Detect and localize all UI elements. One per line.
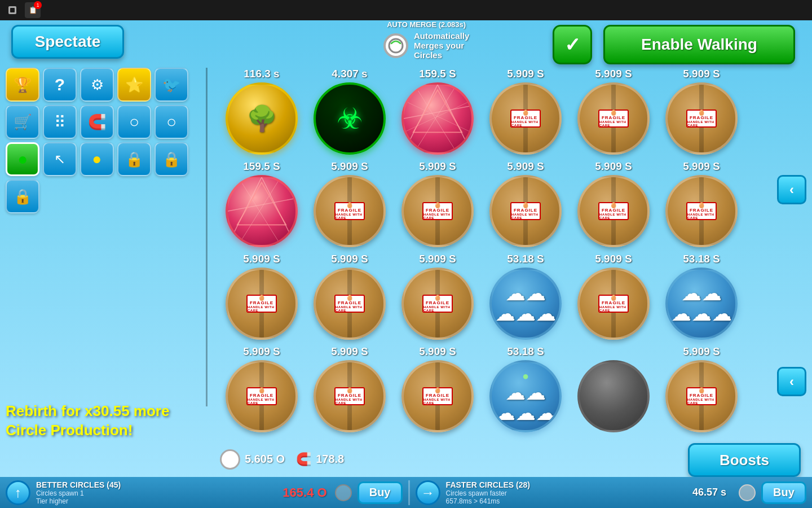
cell-label-r3-c3: 5.909 S xyxy=(396,253,479,265)
circle-box-r2c4[interactable]: 🥚 FRAGILE HANDLE WITH CARE xyxy=(489,175,562,247)
circle-box-r3c5[interactable]: 🥚 FRAGILE HANDLE WITH CARE xyxy=(577,268,650,340)
spectate-button[interactable]: Spectate xyxy=(11,25,124,59)
nav-arrow-bottom[interactable]: ‹ xyxy=(777,367,806,396)
cell-r1-c3: 159.5 S xyxy=(396,68,479,155)
svg-rect-2 xyxy=(10,8,15,12)
cell-label-r4-c2: 5.909 S xyxy=(308,345,391,358)
fragile-sticker: 🥚 FRAGILE HANDLE WITH CARE xyxy=(246,387,277,405)
upgrade-arrow-better[interactable]: ↑ xyxy=(6,480,30,505)
trophy-icon-btn[interactable]: 🏆 xyxy=(6,68,39,102)
fragile-sticker: 🥚 FRAGILE HANDLE WITH CARE xyxy=(598,110,629,128)
fragile-sticker: 🥚 FRAGILE HANDLE WITH CARE xyxy=(334,202,365,220)
auto-merge-area: AUTO MERGE (2.083s) AutomaticallyMerges … xyxy=(383,20,469,60)
auto-merge-body: AutomaticallyMerges yourCircles xyxy=(383,31,469,60)
cell-label-r2-c2: 5.909 S xyxy=(308,160,391,173)
cell-r1-c6: 5.909 S 🥚 FRAGILE HANDLE WITH CARE xyxy=(660,68,743,155)
main-grid: 116.3 s 🌳 4.307 s ☣ 159.5 S xyxy=(220,68,761,438)
lock2-btn[interactable]: 🔒 xyxy=(155,142,188,176)
circle-box-r4c3[interactable]: 🥚 FRAGILE HANDLE WITH CARE xyxy=(401,360,474,432)
check-button[interactable]: ✓ xyxy=(553,25,592,64)
circle-cloud-3[interactable]: ● ☁☁ ☁☁☁ xyxy=(489,360,562,432)
coin-value: 5.605 O xyxy=(245,453,285,466)
help-icon-btn[interactable]: ? xyxy=(43,68,77,102)
cart-icon-btn[interactable]: 🛒 xyxy=(6,105,39,139)
grid-row-4: 5.909 S 🥚 FRAGILE HANDLE WITH CARE 5.909… xyxy=(220,345,761,432)
circle-box-r3c1[interactable]: 🥚 FRAGILE HANDLE WITH CARE xyxy=(226,268,298,340)
tree-icon: 🌳 xyxy=(246,104,277,133)
circle-box-r2c6[interactable]: 🥚 FRAGILE HANDLE WITH CARE xyxy=(665,175,738,247)
circle-crystal-1[interactable] xyxy=(401,82,474,155)
twitter-icon-btn[interactable]: 🐦 xyxy=(155,68,188,102)
cell-label-r2-c5: 5.909 S xyxy=(572,160,655,173)
cloud-icon-6: ☁☁☁ xyxy=(495,403,556,423)
circle-box-r4c6[interactable]: 🥚 FRAGILE HANDLE WITH CARE xyxy=(665,360,738,432)
circle-box-r4c2[interactable]: 🥚 FRAGILE HANDLE WITH CARE xyxy=(314,360,386,432)
fragile-sticker: 🥚 FRAGILE HANDLE WITH CARE xyxy=(334,387,365,405)
circle-bio[interactable]: ☣ xyxy=(314,82,386,155)
fragile-sticker: 🥚 FRAGILE HANDLE WITH CARE xyxy=(422,202,453,220)
circle-outline2-btn[interactable]: ○ xyxy=(155,105,188,139)
cell-r3-c4: 53.18 S ☁☁ ☁☁☁ xyxy=(484,253,567,340)
circle-box-r1c4[interactable]: 🥚 FRAGILE HANDLE WITH CARE xyxy=(489,82,562,155)
buy-button-better[interactable]: Buy xyxy=(358,481,403,504)
sidebar-row-1: 🏆 ? ⚙ ⭐ 🐦 xyxy=(6,68,197,102)
crystal-lines-1 xyxy=(404,85,471,152)
circle-cloud-1[interactable]: ☁☁ ☁☁☁ xyxy=(489,268,562,340)
boosts-button[interactable]: Boosts xyxy=(688,443,801,477)
settings-icon-btn[interactable]: ⚙ xyxy=(80,68,114,102)
lock1-btn[interactable]: 🔒 xyxy=(117,142,151,176)
circle-crystal-2[interactable] xyxy=(226,175,298,247)
cell-r3-c3: 5.909 S 🥚 FRAGILE HANDLE WITH CARE xyxy=(396,253,479,340)
lock3-btn[interactable]: 🔒 xyxy=(6,179,39,213)
cell-label-r1-c6: 5.909 S xyxy=(660,68,743,80)
grid-row-2: 159.5 S 5.909 S 🥚 FRAGILE HAND xyxy=(220,160,761,247)
cell-r2-c2: 5.909 S 🥚 FRAGILE HANDLE WITH CARE xyxy=(308,160,391,247)
notification-icon[interactable]: 📋 1 xyxy=(25,2,41,18)
cursor-icon-btn[interactable]: ↖ xyxy=(43,142,77,176)
upgrade-arrow-faster[interactable]: → xyxy=(416,480,440,505)
auto-merge-desc: AutomaticallyMerges yourCircles xyxy=(414,31,469,60)
circle-dark[interactable] xyxy=(577,360,650,432)
circle-cloud-2[interactable]: ☁☁ ☁☁☁ xyxy=(665,268,738,340)
fragile-sticker: 🥚 FRAGILE HANDLE WITH CARE xyxy=(334,295,365,313)
magnet-icon-btn[interactable]: 🧲 xyxy=(80,105,114,139)
cell-r1-c5: 5.909 S 🥚 FRAGILE HANDLE WITH CARE xyxy=(572,68,655,155)
coin-display: 5.605 O xyxy=(220,449,285,470)
circle-outline-btn[interactable]: ○ xyxy=(117,105,151,139)
cell-label-r3-c6: 53.18 S xyxy=(660,253,743,265)
cloud-icon-4: ☁☁☁ xyxy=(671,304,732,324)
circle-box-r2c5[interactable]: 🥚 FRAGILE HANDLE WITH CARE xyxy=(577,175,650,247)
circle-box-r2c3[interactable]: 🥚 FRAGILE HANDLE WITH CARE xyxy=(401,175,474,247)
grid-row-1: 116.3 s 🌳 4.307 s ☣ 159.5 S xyxy=(220,68,761,155)
cell-r4-c3: 5.909 S 🥚 FRAGILE HANDLE WITH CARE xyxy=(396,345,479,432)
star-icon-btn[interactable]: ⭐ xyxy=(117,68,151,102)
rebirth-text: Rebirth for x30.55 moreCircle Production… xyxy=(6,402,203,440)
fragile-sticker: 🥚 FRAGILE HANDLE WITH CARE xyxy=(598,202,629,220)
right-arrow-icon: → xyxy=(421,485,435,501)
green-circle-btn[interactable]: ● xyxy=(6,142,39,176)
nav-arrow-top[interactable]: ‹ xyxy=(777,175,806,204)
cell-label-r1-c2: 4.307 s xyxy=(308,68,391,80)
svg-line-14 xyxy=(228,199,295,212)
yellow-dot-btn[interactable]: ● xyxy=(80,142,114,176)
circle-box-r1c6[interactable]: 🥚 FRAGILE HANDLE WITH CARE xyxy=(665,82,738,155)
cell-label-r2-c6: 5.909 S xyxy=(660,160,743,173)
circle-box-r2c2[interactable]: 🥚 FRAGILE HANDLE WITH CARE xyxy=(314,175,386,247)
crystal-lines-2 xyxy=(228,177,295,245)
cell-r3-c2: 5.909 S 🥚 FRAGILE HANDLE WITH CARE xyxy=(308,253,391,340)
circle-box-r3c3[interactable]: 🥚 FRAGILE HANDLE WITH CARE xyxy=(401,268,474,340)
cell-r4-c1: 5.909 S 🥚 FRAGILE HANDLE WITH CARE xyxy=(220,345,303,432)
chevron-left-icon-bot: ‹ xyxy=(789,374,794,389)
buy-button-faster[interactable]: Buy xyxy=(761,481,806,504)
chevron-left-icon-top: ‹ xyxy=(789,182,794,198)
circle-box-r1c5[interactable]: 🥚 FRAGILE HANDLE WITH CARE xyxy=(577,82,650,155)
circle-box-r3c2[interactable]: 🥚 FRAGILE HANDLE WITH CARE xyxy=(314,268,386,340)
fragile-sticker: 🥚 FRAGILE HANDLE WITH CARE xyxy=(510,110,541,128)
cell-r4-c5 xyxy=(572,358,655,432)
enable-walking-button[interactable]: Enable Walking xyxy=(603,25,795,64)
dots-icon-btn[interactable]: ⠿ xyxy=(43,105,77,139)
cell-r3-c6: 53.18 S ☁☁ ☁☁☁ xyxy=(660,253,743,340)
circle-box-r4c1[interactable]: 🥚 FRAGILE HANDLE WITH CARE xyxy=(226,360,298,432)
circle-gold[interactable]: 🌳 xyxy=(226,82,298,155)
sidebar-row-2: 🛒 ⠿ 🧲 ○ ○ xyxy=(6,105,197,139)
